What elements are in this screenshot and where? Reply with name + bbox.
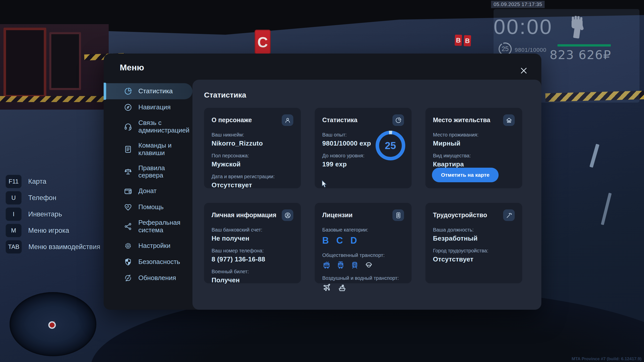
key-badge: I: [6, 207, 22, 221]
mouse-cursor: [321, 180, 328, 189]
player-marker-icon: [47, 320, 56, 328]
shield-icon: [124, 258, 132, 266]
game-screen: { "hud": { "datetime": "05.09.2025 17:17…: [0, 0, 644, 362]
key-badge: F11: [6, 175, 22, 188]
field-label: Ваша должность:: [433, 227, 515, 233]
document-list-icon: [124, 145, 132, 154]
parking-sign-b: B: [464, 35, 471, 47]
hotkey-map: F11 Карта: [6, 175, 100, 188]
fist-icon: [572, 17, 584, 38]
category-c: C: [336, 235, 343, 246]
content-heading: Статистика: [204, 91, 532, 99]
scene-garage-door: [4, 28, 46, 98]
plane-icon: [322, 283, 332, 292]
refresh-check-icon: [124, 274, 132, 282]
road-marking: [601, 193, 612, 225]
field-value: Отсутствует: [212, 181, 293, 189]
field-label: Ваш банковский счет:: [212, 227, 293, 233]
close-button[interactable]: [519, 66, 528, 75]
field-value: Безработный: [433, 235, 515, 242]
field-value: Не получен: [212, 235, 293, 242]
field-label: Военный билет:: [212, 269, 293, 275]
menu-title: Меню: [120, 63, 144, 72]
key-badge: U: [6, 191, 22, 205]
sidebar-item-updates[interactable]: Обновления: [104, 270, 192, 286]
card-employment: Трудоустройство Ваша должность: Безработ…: [425, 203, 522, 283]
field-label: Базовые категории:: [322, 227, 404, 233]
parking-sign-b: B: [455, 35, 462, 46]
id-card-icon: [392, 209, 404, 221]
field-value: Мужской: [212, 160, 293, 168]
card-personal-info: Личная информация Ваш банковский счет: Н…: [204, 203, 301, 283]
card-residence: Место жительства Место проживания: Мирны…: [425, 108, 522, 188]
pickaxe-icon: [503, 209, 515, 221]
field-value: Nikorro_Rizzuto: [212, 140, 293, 147]
field-value: Квартира: [433, 160, 515, 168]
hud-money: 823 626₽: [541, 48, 611, 62]
mark-on-map-button[interactable]: Отметить на карте: [432, 168, 499, 182]
scene-garage-door: [49, 32, 81, 90]
pie-chart-icon: [392, 114, 404, 126]
field-value: 8 (977) 136-16-88: [212, 255, 293, 263]
card-statistics: Статистика Ваш опыт: 9801/10000 exp До н…: [315, 108, 412, 188]
license-categories: B C D: [322, 235, 404, 246]
field-label: Место проживания:: [433, 132, 515, 138]
pie-chart-icon: [124, 87, 132, 96]
build-version-label: MTA Province #7 (build: 6.12417.9): [572, 356, 641, 361]
card-about-character: О персонаже Ваш никнейм: Nikorro_Rizzuto…: [204, 108, 301, 188]
field-label: Ваш номер телефона:: [212, 248, 293, 254]
sidebar-item-commands[interactable]: Команды и клавиши: [104, 138, 192, 161]
trolleybus-icon: [322, 261, 331, 269]
hotkey-inventory: I Инвентарь: [6, 208, 100, 221]
sidebar: Статистика Навигация Связь с администрац…: [104, 83, 192, 310]
field-label: Пол персонажа:: [212, 153, 293, 159]
field-value: Отсутствует: [433, 255, 515, 263]
ship-icon: [337, 283, 347, 292]
sidebar-item-help[interactable]: Помощь: [104, 199, 192, 215]
sidebar-item-server-rules[interactable]: Правила сервера: [104, 161, 192, 183]
key-badge: M: [6, 224, 22, 237]
captain-cap-icon: [365, 261, 373, 269]
key-badge: TAB: [6, 240, 22, 254]
public-transport-icons: [322, 261, 404, 269]
hotkey-hints: F11 Карта U Телефон I Инвентарь M Меню и…: [6, 175, 100, 253]
field-value: Мирный: [433, 140, 515, 147]
field-value: Получен: [212, 276, 293, 284]
card-licenses: Лицензии Базовые категории: B C D Общест…: [315, 203, 412, 283]
hud-exp-bar: [557, 44, 611, 47]
hud-datetime: 05.09.2025 17:17:35: [491, 1, 545, 8]
cards-grid: О персонаже Ваш никнейм: Nikorro_Rizzuto…: [204, 108, 532, 283]
air-water-transport-icons: [322, 283, 404, 292]
sidebar-item-settings[interactable]: Настройки: [104, 238, 192, 254]
sidebar-item-security[interactable]: Безопасность: [104, 254, 192, 270]
field-label: Вид имущества:: [433, 153, 515, 159]
hotkey-player-menu: M Меню игрока: [6, 224, 100, 237]
hud-level-value: 25: [498, 45, 512, 53]
field-label: Дата и время регистрации:: [212, 174, 293, 179]
headset-icon: [124, 122, 132, 131]
train-icon: [350, 261, 359, 269]
sidebar-item-donate[interactable]: Донат: [104, 183, 192, 199]
sidebar-item-navigation[interactable]: Навигация: [104, 99, 192, 115]
sidebar-item-statistics[interactable]: Статистика: [104, 83, 192, 99]
field-label: Общественный транспорт:: [322, 252, 404, 258]
handshake-heart-icon: [124, 203, 132, 211]
road-marking: [589, 144, 599, 168]
compass-icon: [124, 103, 132, 112]
person-icon: [282, 114, 293, 126]
hazard-stripe: [0, 96, 109, 102]
sidebar-item-referral[interactable]: Реферальная система: [104, 215, 192, 238]
tram-icon: [336, 261, 345, 269]
field-label: Город трудоустройства:: [433, 248, 515, 254]
field-label: Воздушный и водный транспорт:: [322, 275, 404, 281]
sidebar-item-admin-contact[interactable]: Связь с администрацией: [104, 115, 192, 138]
person-circle-icon: [282, 209, 293, 221]
parking-sign-c: C: [255, 30, 271, 54]
hotkey-phone: U Телефон: [6, 191, 100, 204]
field-label: Ваш никнейм:: [212, 132, 293, 138]
wallet-icon: [124, 187, 132, 195]
close-icon: [519, 66, 528, 75]
menu-content: Статистика О персонаже Ваш никнейм: Niko…: [192, 80, 541, 310]
gear-icon: [124, 242, 132, 250]
category-d: D: [350, 235, 357, 246]
